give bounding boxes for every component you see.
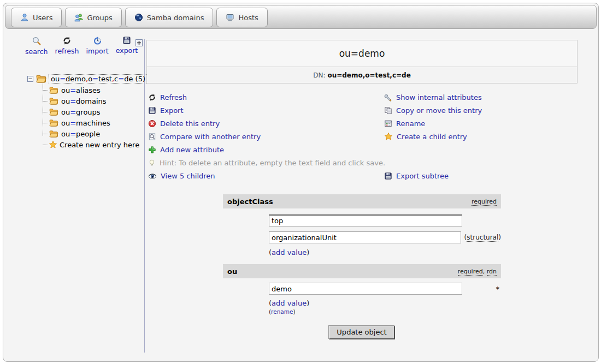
add-value-row: (add value)	[223, 299, 501, 307]
delete-entry-action[interactable]: Delete this entry	[148, 120, 384, 128]
folder-icon	[49, 119, 58, 127]
rename-action-label: Rename	[396, 120, 425, 128]
compare-action[interactable]: Compare with another entry	[148, 133, 384, 141]
import-tool[interactable]: import	[86, 36, 108, 56]
attribute-header-objectclass: objectClass required	[223, 194, 501, 208]
refresh-tool[interactable]: refresh	[55, 36, 79, 56]
tab-groups[interactable]: Groups	[65, 8, 121, 27]
floppy-icon	[148, 106, 156, 115]
dn-value: ou=demo,o=test,c=de	[327, 71, 410, 79]
tree-item-label: ou=people	[61, 130, 100, 138]
folder-icon	[49, 86, 58, 94]
view-children-action[interactable]: View 5 children	[148, 172, 384, 180]
entry-dn-row: DN: ou=demo,o=test,c=de	[147, 67, 577, 83]
create-child-action[interactable]: Create a child entry	[384, 132, 581, 141]
tree-item-people[interactable]: ou=people	[27, 128, 148, 139]
show-internal-attributes-action[interactable]: Show internal attributes	[384, 93, 581, 102]
show-internal-attributes-label: Show internal attributes	[396, 93, 482, 102]
export-tool[interactable]: export	[116, 36, 138, 56]
add-value-link[interactable]: add value	[272, 299, 307, 307]
eye-icon	[148, 172, 157, 180]
export-action-label: Export	[160, 106, 184, 115]
tree-item-label: ou=domains	[61, 97, 107, 105]
add-value-link[interactable]: add value	[272, 248, 307, 256]
attribute-value-row: *	[223, 283, 501, 295]
hint-text: Hint: To delete an attribute, empty the …	[160, 159, 385, 167]
objectclass-value-input-2[interactable]	[269, 231, 461, 243]
tab-samba-domains[interactable]: Samba domains	[125, 8, 214, 27]
floppy-icon	[122, 36, 131, 45]
rename-icon	[384, 120, 392, 128]
lightbulb-icon	[148, 159, 156, 167]
attribute-header-ou: ou required, rdn	[223, 264, 501, 278]
tree-item-create-new-entry[interactable]: Create new entry here	[27, 139, 148, 150]
add-value-row: (add value)	[223, 248, 501, 256]
export-action[interactable]: Export	[148, 106, 384, 115]
tab-samba-domains-label: Samba domains	[147, 14, 204, 22]
attribute-value-row: (structural)	[223, 231, 501, 243]
open-folder-icon[interactable]	[36, 74, 46, 83]
delete-entry-label: Delete this entry	[160, 120, 220, 128]
sidebar-toolbar: search refresh import export	[25, 36, 138, 56]
plus-icon	[148, 146, 156, 154]
add-attribute-label: Add new attribute	[160, 146, 224, 154]
tree-item-aliases[interactable]: ou=aliases	[27, 85, 148, 96]
refresh-action[interactable]: Refresh	[148, 93, 384, 102]
compare-action-label: Compare with another entry	[160, 133, 261, 141]
tree-children: ou=aliases ou=domains ou=groups ou=machi…	[27, 85, 148, 150]
rename-action[interactable]: Rename	[384, 120, 581, 128]
attribute-flags: required, rdn	[458, 268, 497, 275]
entry-title: ou=demo	[147, 40, 577, 67]
export-tool-label: export	[116, 46, 138, 55]
star-icon	[49, 140, 57, 149]
tab-bar: Users Groups Samba domains Hosts	[11, 8, 268, 27]
refresh-tool-label: refresh	[55, 47, 79, 55]
hint-row: Hint: To delete an attribute, empty the …	[148, 159, 581, 167]
update-button-row: Update object	[223, 326, 501, 339]
ou-value-input[interactable]	[269, 283, 462, 295]
copy-or-move-action[interactable]: Copy or move this entry	[384, 106, 581, 115]
update-object-button[interactable]: Update object	[329, 326, 394, 339]
tab-hosts-label: Hosts	[238, 14, 258, 22]
objectclass-value-input-1[interactable]	[269, 214, 462, 226]
tab-users-label: Users	[33, 14, 52, 22]
structural-note: (structural)	[464, 234, 501, 241]
copy-or-move-label: Copy or move this entry	[396, 106, 482, 115]
search-icon	[32, 36, 42, 46]
refresh-icon	[148, 93, 156, 102]
tree-item-groups[interactable]: ou=groups	[27, 106, 148, 117]
group-icon	[74, 13, 83, 22]
entry-header: ou=demo DN: ou=demo,o=test,c=de	[146, 40, 578, 83]
collapse-icon[interactable]	[27, 76, 33, 82]
folder-icon	[49, 130, 58, 138]
rename-link[interactable]: rename	[271, 308, 293, 315]
tree-root-row: ou=demo,o=test,c=de (5)	[27, 73, 148, 85]
host-icon	[226, 13, 234, 22]
tab-groups-label: Groups	[87, 14, 112, 22]
tree-item-domains[interactable]: ou=domains	[27, 96, 148, 106]
phpldapadmin-window: Users Groups Samba domains Hosts search …	[3, 3, 599, 362]
search-tool[interactable]: search	[25, 36, 48, 56]
entry-actions: Refresh Show internal attributes Export …	[148, 91, 581, 182]
attribute-flags: required	[472, 198, 497, 205]
required-asterisk: *	[496, 285, 502, 293]
add-attribute-action[interactable]: Add new attribute	[148, 146, 384, 154]
export-subtree-action[interactable]: Export subtree	[384, 172, 581, 180]
user-icon	[20, 13, 29, 22]
tab-hosts[interactable]: Hosts	[216, 8, 267, 27]
tab-users[interactable]: Users	[11, 8, 62, 27]
import-icon	[93, 36, 102, 45]
import-tool-label: import	[86, 47, 108, 55]
view-children-label: View 5 children	[161, 172, 215, 180]
tree-item-machines[interactable]: ou=machines	[27, 117, 148, 128]
tree-item-label: ou=groups	[61, 108, 101, 116]
copy-icon	[384, 106, 392, 115]
tree-root-entry[interactable]: ou=demo,o=test,c=de (5)	[49, 74, 148, 83]
attributes-form: objectClass required (structural) (add v…	[223, 194, 501, 339]
expand-tree-button[interactable]	[135, 38, 143, 45]
refresh-icon	[62, 36, 72, 45]
attribute-name: ou	[227, 267, 237, 276]
globe-icon	[134, 13, 143, 22]
star-icon	[384, 132, 393, 141]
attribute-value-row	[223, 214, 501, 226]
